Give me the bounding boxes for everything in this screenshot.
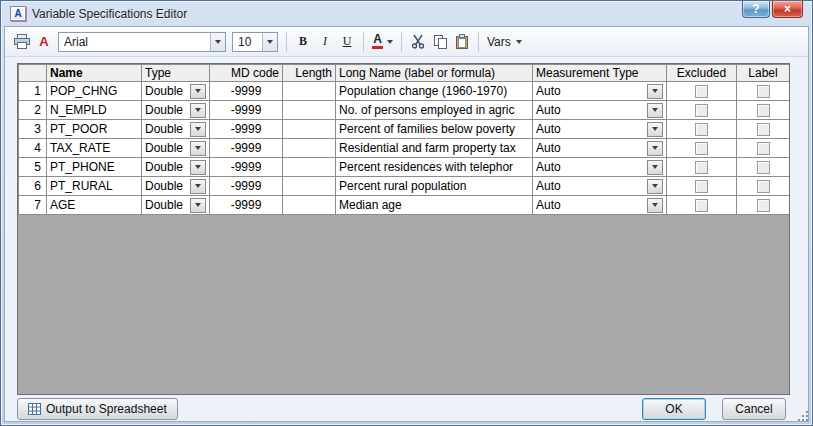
type-cell[interactable]: Double <box>142 177 210 196</box>
type-cell[interactable]: Double <box>142 158 210 177</box>
measurement-type-dropdown-button[interactable] <box>647 198 663 213</box>
md-code-cell[interactable]: -9999 <box>210 196 283 215</box>
md-code-cell[interactable]: -9999 <box>210 101 283 120</box>
excluded-checkbox[interactable] <box>695 199 708 212</box>
corner-header[interactable] <box>19 65 47 82</box>
length-cell[interactable] <box>283 139 336 158</box>
label-checkbox[interactable] <box>757 142 770 155</box>
type-dropdown-button[interactable] <box>190 179 206 194</box>
label-checkbox[interactable] <box>757 161 770 174</box>
output-to-spreadsheet-button[interactable]: Output to Spreadsheet <box>17 398 178 420</box>
type-cell[interactable]: Double <box>142 120 210 139</box>
type-cell[interactable]: Double <box>142 139 210 158</box>
label-checkbox[interactable] <box>757 123 770 136</box>
font-name-combobox[interactable]: Arial <box>58 32 226 52</box>
type-cell[interactable]: Double <box>142 101 210 120</box>
type-cell[interactable]: Double <box>142 82 210 101</box>
row-number[interactable]: 6 <box>19 177 47 196</box>
excluded-checkbox[interactable] <box>695 123 708 136</box>
row-number[interactable]: 3 <box>19 120 47 139</box>
measurement-type-cell[interactable]: Auto <box>533 120 667 139</box>
md-code-cell[interactable]: -9999 <box>210 158 283 177</box>
cancel-button[interactable]: Cancel <box>722 398 786 420</box>
measurement-type-cell[interactable]: Auto <box>533 177 667 196</box>
font-name-dropdown-button[interactable] <box>210 33 225 51</box>
name-cell[interactable]: TAX_RATE <box>47 139 142 158</box>
length-cell[interactable] <box>283 158 336 177</box>
measurement-type-dropdown-button[interactable] <box>647 141 663 156</box>
long-name-cell[interactable]: Percent of families below poverty <box>336 120 533 139</box>
row-number[interactable]: 7 <box>19 196 47 215</box>
measurement-type-dropdown-button[interactable] <box>647 160 663 175</box>
label-checkbox[interactable] <box>757 180 770 193</box>
excluded-checkbox[interactable] <box>695 85 708 98</box>
vars-menu-button[interactable]: Vars <box>484 31 525 53</box>
type-dropdown-button[interactable] <box>190 160 206 175</box>
length-cell[interactable] <box>283 120 336 139</box>
length-cell[interactable] <box>283 177 336 196</box>
label-checkbox[interactable] <box>757 85 770 98</box>
column-header-type[interactable]: Type <box>142 65 210 82</box>
excluded-checkbox[interactable] <box>695 180 708 193</box>
paste-button[interactable] <box>451 31 473 53</box>
excluded-checkbox[interactable] <box>695 142 708 155</box>
name-cell[interactable]: PT_POOR <box>47 120 142 139</box>
name-cell[interactable]: N_EMPLD <box>47 101 142 120</box>
measurement-type-cell[interactable]: Auto <box>533 82 667 101</box>
font-dialog-button[interactable]: A <box>33 31 55 53</box>
name-cell[interactable]: POP_CHNG <box>47 82 142 101</box>
measurement-type-cell[interactable]: Auto <box>533 101 667 120</box>
length-cell[interactable] <box>283 196 336 215</box>
measurement-type-dropdown-button[interactable] <box>647 122 663 137</box>
measurement-type-cell[interactable]: Auto <box>533 158 667 177</box>
column-header-length[interactable]: Length <box>283 65 336 82</box>
row-number[interactable]: 4 <box>19 139 47 158</box>
column-header-md-code[interactable]: MD code <box>210 65 283 82</box>
print-button[interactable] <box>11 31 33 53</box>
long-name-cell[interactable]: Percent rural population <box>336 177 533 196</box>
md-code-cell[interactable]: -9999 <box>210 120 283 139</box>
type-dropdown-button[interactable] <box>190 198 206 213</box>
type-dropdown-button[interactable] <box>190 84 206 99</box>
md-code-cell[interactable]: -9999 <box>210 139 283 158</box>
name-cell[interactable]: AGE <box>47 196 142 215</box>
row-number[interactable]: 5 <box>19 158 47 177</box>
column-header-name[interactable]: Name <box>47 65 142 82</box>
underline-button[interactable]: U <box>336 31 358 53</box>
copy-button[interactable] <box>429 31 451 53</box>
italic-button[interactable]: I <box>314 31 336 53</box>
cut-button[interactable] <box>407 31 429 53</box>
name-cell[interactable]: PT_PHONE <box>47 158 142 177</box>
long-name-cell[interactable]: Population change (1960-1970) <box>336 82 533 101</box>
label-checkbox[interactable] <box>757 199 770 212</box>
resize-grip[interactable] <box>796 409 809 422</box>
column-header-excluded[interactable]: Excluded <box>667 65 737 82</box>
column-header-measurement-type[interactable]: Measurement Type <box>533 65 667 82</box>
font-size-dropdown-button[interactable] <box>262 33 277 51</box>
column-header-label[interactable]: Label <box>737 65 790 82</box>
row-number[interactable]: 2 <box>19 101 47 120</box>
md-code-cell[interactable]: -9999 <box>210 82 283 101</box>
excluded-checkbox[interactable] <box>695 161 708 174</box>
long-name-cell[interactable]: Residential and farm property tax <box>336 139 533 158</box>
measurement-type-dropdown-button[interactable] <box>647 103 663 118</box>
font-color-button[interactable]: A <box>369 31 396 53</box>
md-code-cell[interactable]: -9999 <box>210 177 283 196</box>
measurement-type-dropdown-button[interactable] <box>647 179 663 194</box>
type-dropdown-button[interactable] <box>190 141 206 156</box>
help-button[interactable]: ? <box>742 1 770 18</box>
long-name-cell[interactable]: No. of persons employed in agric <box>336 101 533 120</box>
excluded-checkbox[interactable] <box>695 104 708 117</box>
column-header-long-name[interactable]: Long Name (label or formula) <box>336 65 533 82</box>
font-size-combobox[interactable]: 10 <box>232 32 278 52</box>
label-checkbox[interactable] <box>757 104 770 117</box>
long-name-cell[interactable]: Median age <box>336 196 533 215</box>
ok-button[interactable]: OK <box>642 398 706 420</box>
close-button[interactable]: × <box>772 1 803 18</box>
measurement-type-cell[interactable]: Auto <box>533 139 667 158</box>
name-cell[interactable]: PT_RURAL <box>47 177 142 196</box>
bold-button[interactable]: B <box>292 31 314 53</box>
type-cell[interactable]: Double <box>142 196 210 215</box>
type-dropdown-button[interactable] <box>190 103 206 118</box>
measurement-type-cell[interactable]: Auto <box>533 196 667 215</box>
